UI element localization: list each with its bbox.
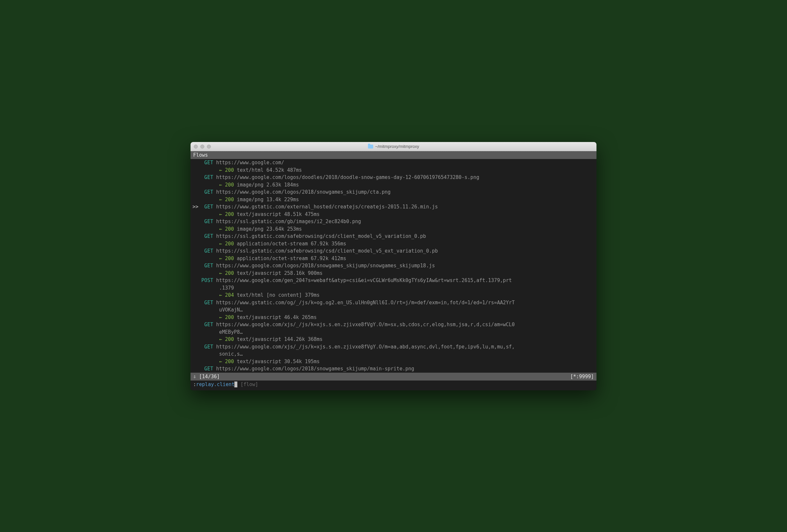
- flow-row[interactable]: GEThttps://www.google.com/logos/2018/sno…: [191, 189, 596, 203]
- response-meta: text/javascript 46.4k 265ms: [234, 314, 317, 320]
- response-line: ← 200 image/png 13.4k 229ms: [192, 196, 595, 203]
- command-text: replay.client: [196, 381, 234, 389]
- request-url: https://www.google.com/logos/2018/snowga…: [216, 365, 595, 373]
- http-method: GET: [201, 174, 216, 181]
- response-arrow-icon: ←: [219, 197, 225, 202]
- minimize-icon[interactable]: [200, 145, 204, 149]
- flow-row[interactable]: GEThttps://www.google.com/← 200 text/htm…: [191, 159, 596, 174]
- flow-row[interactable]: GEThttps://ssl.gstatic.com/gb/images/i2_…: [191, 218, 596, 232]
- request-line: GEThttps://www.gstatic.com/og/_/js/k=og.…: [192, 299, 595, 307]
- flows-label: Flows: [193, 152, 208, 158]
- folder-icon: [368, 145, 373, 149]
- flow-row[interactable]: GEThttps://www.google.com/xjs/_/js/k=xjs…: [191, 343, 596, 365]
- response-status: 200: [225, 241, 234, 247]
- selection-marker: >>: [192, 203, 201, 211]
- response-meta: image/png 2.63k 184ms: [234, 182, 299, 188]
- response-line: ← 200 image/png 23.64k 253ms: [192, 225, 595, 233]
- flow-row[interactable]: GEThttps://ssl.gstatic.com/safebrowsing/…: [191, 247, 596, 262]
- response-arrow-icon: ←: [219, 212, 225, 217]
- flow-row[interactable]: >>GEThttps://www.gstatic.com/external_ho…: [191, 203, 596, 218]
- http-method: GET: [201, 299, 216, 307]
- flow-row[interactable]: GEThttps://www.google.com/logos/doodles/…: [191, 174, 596, 189]
- response-line: ← 204 text/html [no content] 379ms: [192, 291, 595, 299]
- flow-row[interactable]: GEThttps://www.google.com/logos/2018/sno…: [191, 262, 596, 277]
- response-arrow-icon: ←: [219, 314, 225, 320]
- response-status: 200: [225, 314, 234, 320]
- response-line: ← 200 application/octet-stream 67.92k 41…: [192, 255, 595, 262]
- scroll-down-icon: ⇩: [193, 373, 196, 380]
- response-meta: image/png 23.64k 253ms: [234, 226, 302, 232]
- flow-row[interactable]: GEThttps://www.gstatic.com/og/_/js/k=og.…: [191, 299, 596, 321]
- http-method: GET: [201, 232, 216, 240]
- request-url: https://www.gstatic.com/external_hosted/…: [216, 203, 595, 211]
- response-status: 200: [225, 182, 234, 188]
- listen-address: [*:9999]: [570, 373, 594, 380]
- response-status: 200: [225, 270, 234, 276]
- response-status: 200: [225, 167, 234, 173]
- request-url: https://ssl.gstatic.com/safebrowsing/csd…: [216, 247, 595, 255]
- request-line: GEThttps://ssl.gstatic.com/gb/images/i2_…: [192, 218, 595, 225]
- response-meta: text/javascript 30.54k 195ms: [234, 359, 320, 364]
- response-line: ← 200 text/javascript 48.51k 475ms: [192, 211, 595, 218]
- flow-list[interactable]: GEThttps://www.google.com/← 200 text/htm…: [191, 159, 596, 373]
- response-meta: text/javascript 258.16k 900ms: [234, 270, 322, 276]
- request-line: GEThttps://www.google.com/xjs/_/js/k=xjs…: [192, 343, 595, 351]
- flow-row[interactable]: GEThttps://www.google.com/logos/2018/sno…: [191, 365, 596, 373]
- response-meta: application/octet-stream 67.92k 356ms: [234, 241, 346, 247]
- request-url-continuation: sonic,s…: [192, 350, 595, 358]
- response-meta: image/png 13.4k 229ms: [234, 197, 299, 202]
- response-status: 200: [225, 212, 234, 217]
- response-arrow-icon: ←: [219, 226, 225, 232]
- title-path: ~/mitmproxy/mitmproxy: [375, 144, 419, 149]
- response-arrow-icon: ←: [219, 359, 225, 364]
- response-line: ← 200 application/octet-stream 67.92k 35…: [192, 240, 595, 248]
- traffic-lights: [194, 145, 211, 149]
- http-method: GET: [201, 321, 216, 329]
- response-arrow-icon: ←: [219, 292, 225, 298]
- response-line: ← 200 text/javascript 46.4k 265ms: [192, 314, 595, 321]
- response-status: 200: [225, 197, 234, 202]
- http-method: GET: [201, 189, 216, 196]
- status-left: ⇩ [14/36]: [193, 373, 220, 380]
- flow-row[interactable]: GEThttps://ssl.gstatic.com/safebrowsing/…: [191, 232, 596, 247]
- command-hint: [flow]: [240, 381, 258, 389]
- response-status: 200: [225, 226, 234, 232]
- request-line: GEThttps://ssl.gstatic.com/safebrowsing/…: [192, 247, 595, 255]
- request-line: GEThttps://www.google.com/logos/2018/sno…: [192, 262, 595, 270]
- response-arrow-icon: ←: [219, 256, 225, 261]
- response-arrow-icon: ←: [219, 270, 225, 276]
- http-method: GET: [201, 247, 216, 255]
- response-arrow-icon: ←: [219, 336, 225, 342]
- response-meta: application/octet-stream 67.92k 412ms: [234, 256, 346, 261]
- http-method: GET: [201, 159, 216, 167]
- request-url: https://www.google.com/logos/2018/snowga…: [216, 262, 595, 270]
- zoom-icon[interactable]: [207, 145, 211, 149]
- flow-row[interactable]: GEThttps://www.google.com/xjs/_/js/k=xjs…: [191, 321, 596, 343]
- terminal-body[interactable]: Flows GEThttps://www.google.com/← 200 te…: [191, 151, 596, 390]
- cursor-icon: [234, 381, 237, 387]
- request-url: https://ssl.gstatic.com/safebrowsing/csd…: [216, 232, 595, 240]
- http-method: GET: [201, 262, 216, 270]
- flow-row[interactable]: POSThttps://www.google.com/gen_204?s=web…: [191, 277, 596, 299]
- http-method: GET: [201, 343, 216, 351]
- response-arrow-icon: ←: [219, 241, 225, 247]
- titlebar: ~/mitmproxy/mitmproxy: [191, 142, 596, 151]
- response-line: ← 200 text/javascript 258.16k 900ms: [192, 270, 595, 277]
- request-line: GEThttps://www.google.com/: [192, 159, 595, 167]
- close-icon[interactable]: [194, 145, 198, 149]
- status-bar: ⇩ [14/36] [*:9999]: [191, 373, 596, 381]
- http-method: GET: [201, 203, 216, 211]
- response-meta: text/javascript 144.26k 368ms: [234, 336, 322, 342]
- flows-header: Flows: [191, 151, 596, 159]
- flow-position: [14/36]: [199, 374, 220, 379]
- request-line: GEThttps://www.google.com/logos/2018/sno…: [192, 189, 595, 196]
- request-url-continuation: eMEByP8…: [192, 329, 595, 336]
- command-line[interactable]: : replay.client [flow]: [191, 380, 596, 390]
- response-status: 204: [225, 292, 234, 298]
- response-line: ← 200 image/png 2.63k 184ms: [192, 181, 595, 189]
- response-status: 200: [225, 359, 234, 364]
- http-method: GET: [201, 218, 216, 225]
- request-url: https://ssl.gstatic.com/gb/images/i2_2ec…: [216, 218, 595, 225]
- response-line: ← 200 text/javascript 144.26k 368ms: [192, 336, 595, 343]
- terminal-window: ~/mitmproxy/mitmproxy Flows GEThttps://w…: [191, 142, 596, 390]
